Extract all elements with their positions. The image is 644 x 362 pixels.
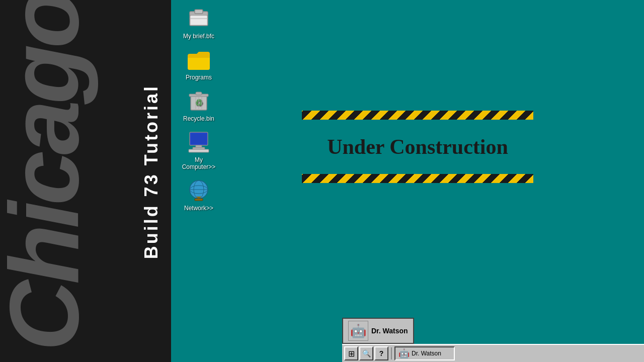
chicago-title-container: Chicago: [3, 0, 86, 344]
icon-my-computer-label: My Computer>>: [178, 156, 219, 170]
recycle-bin-icon: ♻: [187, 89, 211, 113]
build-label-container: Build 73 Tutorial: [141, 0, 162, 344]
icon-network-label: Network>>: [184, 205, 213, 212]
search-icon: 🔍: [362, 349, 371, 357]
watson-taskbar-button[interactable]: 🤖 Dr. Watson: [394, 346, 455, 360]
taskbar: ⊞ 🔍 ? 🤖 Dr. Watson 11:20 PM: [342, 344, 644, 362]
search-button[interactable]: 🔍: [359, 346, 373, 360]
icon-my-computer[interactable]: My Computer>>: [176, 126, 221, 174]
icon-recycle-bin-label: Recycle.bin: [183, 115, 214, 122]
overlay-panel: Chicago Build 73 Tutorial: [0, 0, 171, 362]
construction-text: Under Construction: [327, 135, 508, 159]
computer-icon: [187, 130, 211, 154]
icon-recycle-bin[interactable]: ♻ Recycle.bin: [176, 85, 221, 126]
briefcase-icon: [187, 7, 211, 31]
watson-taskbar-icon: 🤖: [398, 348, 410, 359]
svg-rect-15: [196, 145, 202, 147]
hazard-stripe-bottom: [302, 174, 533, 183]
start-button[interactable]: ⊞: [344, 346, 358, 360]
windows-icon: ⊞: [348, 349, 355, 358]
icon-programs[interactable]: Programs: [176, 44, 221, 85]
svg-rect-14: [191, 134, 206, 144]
icon-network[interactable]: Network>>: [176, 174, 221, 216]
taskbar-separator: [391, 347, 392, 359]
watson-popup-label: Dr. Watson: [371, 327, 408, 335]
hazard-stripe-top: [302, 111, 533, 120]
svg-rect-22: [195, 199, 203, 201]
svg-rect-3: [191, 16, 207, 25]
folder-icon: [187, 48, 211, 72]
watson-taskbar-label: Dr. Watson: [412, 350, 441, 357]
icon-programs-label: Programs: [186, 74, 212, 81]
icon-column: My brief.bfc Programs: [176, 0, 226, 216]
desktop: My brief.bfc Programs: [171, 0, 644, 362]
svg-rect-17: [189, 149, 209, 152]
watson-popup[interactable]: 🤖 Dr. Watson: [342, 318, 414, 344]
watson-popup-icon: 🤖: [348, 321, 368, 341]
build-label: Build 73 Tutorial: [141, 84, 162, 259]
svg-rect-16: [193, 147, 205, 149]
under-construction-area: Under Construction: [272, 111, 564, 183]
icon-my-brief[interactable]: My brief.bfc: [176, 3, 221, 44]
svg-rect-7: [196, 92, 202, 95]
svg-rect-2: [195, 10, 203, 14]
icon-my-brief-label: My brief.bfc: [183, 33, 214, 40]
globe-icon: [187, 178, 211, 203]
help-button[interactable]: ?: [374, 346, 388, 360]
help-icon: ?: [379, 349, 384, 357]
chicago-label: Chicago: [3, 0, 86, 351]
